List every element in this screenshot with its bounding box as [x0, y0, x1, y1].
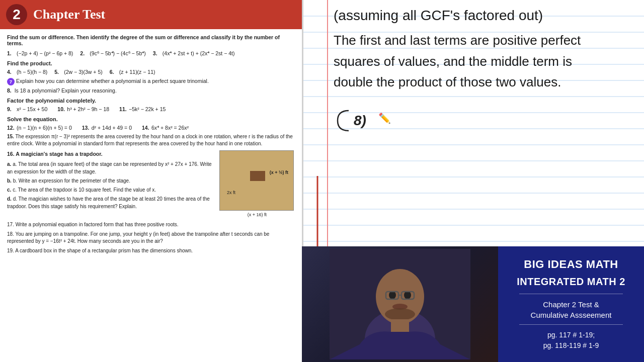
- svg-point-21: [404, 291, 411, 299]
- problem-10: 10. h³ + 2h² − 9h − 18: [57, 106, 109, 112]
- problem-11: 11. −5k² − 22k + 15: [119, 106, 166, 112]
- pencil-icon: ✏️: [378, 113, 391, 124]
- instructions-block-1: Find the sum or difference. Then identif…: [7, 34, 295, 46]
- q8-bracket-label: 8): [334, 108, 370, 133]
- webcam-placeholder: [302, 246, 498, 362]
- right-panel: (assuming all GCF's factored out) The fi…: [302, 0, 644, 362]
- instructions-text-1: Find the sum or difference. Then identif…: [7, 34, 295, 46]
- problems-row-1: 1. (−2p + 4) − (p² − 6p + 8) 2. (9c⁶ − 5…: [7, 50, 295, 56]
- problem-15: 15. The expression π(r − 3)² represents …: [7, 133, 295, 147]
- problem-19: 19. A cardboard box in the shape of a re…: [7, 247, 295, 254]
- section-solve-label: Solve the equation.: [7, 116, 295, 122]
- svg-rect-24: [391, 319, 409, 332]
- trap-formula: (x + ½) ft: [270, 170, 288, 175]
- perfect-sq-text: The first and last terms are positive pe…: [334, 30, 634, 93]
- trap-box: (x + ½) ft 2x ft: [219, 150, 294, 211]
- left-content: Find the sum or difference. Then identif…: [0, 29, 302, 259]
- problem-9: 9. x² − 15x + 50: [7, 106, 47, 112]
- q8-bracket-svg: [334, 108, 354, 133]
- gcf-text: (assuming all GCF's factored out): [334, 5, 634, 26]
- problem-16-container: 16. A magician's stage has a trapdoor. a…: [7, 150, 295, 217]
- webcam-area: [302, 246, 498, 362]
- info-divider-1: [519, 294, 623, 294]
- left-panel: 2 Chapter Test Find the sum or differenc…: [0, 0, 302, 362]
- problem-6: 6. (z + 11)(z − 11): [110, 69, 155, 75]
- notebook-section: (assuming all GCF's factored out) The fi…: [302, 0, 644, 246]
- pencil-area: ✏️: [378, 112, 391, 124]
- problem-14: 14. 6x⁴ + 8x² = 26x²: [142, 125, 189, 131]
- page-ref: pg. 117 # 1-19;pg. 118-119 # 1-9: [543, 330, 599, 351]
- trap-bottom-label: 2x ft: [227, 190, 235, 195]
- svg-point-23: [385, 308, 415, 320]
- problem-5: 5. (2w − 3)(3w + 5): [54, 69, 102, 75]
- person-silhouette: [330, 249, 470, 359]
- info-divider-2: [519, 324, 623, 325]
- chapter-number: 2: [6, 4, 27, 25]
- trap-inner: [250, 171, 265, 181]
- problem-13: 13. d² + 14d + 49 = 0: [82, 125, 132, 131]
- problems-row-4-6: 4. (h − 5)(h − 8) 5. (2w − 3)(3w + 5) 6.…: [7, 69, 295, 75]
- trap-caption: (x + 16) ft: [219, 212, 295, 217]
- problem-3: 3. (4x⁴ + 2st + t) + (2x⁴ − 2st − 4t): [153, 50, 235, 56]
- problem-4: 4. (h − 5)(h − 8): [7, 69, 47, 75]
- problems-row-9-11: 9. x² − 15x + 50 10. h³ + 2h² − 9h − 18 …: [7, 106, 295, 112]
- problem-2: 2. (9c⁶ − 5b⁴) − (4c⁶ − 5b⁴): [80, 50, 145, 56]
- section-factor-label: Factor the polynomial completely.: [7, 98, 295, 104]
- trapezoid-image: (x + ½) ft 2x ft (x + 16) ft: [219, 150, 295, 217]
- problem-18: 18. You are jumping on a trampoline. For…: [7, 231, 295, 245]
- big-ideas-math-title: BIG IDEAS MATH: [524, 257, 618, 272]
- bottom-row: BIG IDEAS MATH INTEGRATED MATH 2 Chapter…: [302, 246, 644, 362]
- section-product-label: Find the product.: [7, 60, 295, 66]
- bottom-problems: 17. Write a polynomial equation in facto…: [7, 221, 295, 254]
- info-box: BIG IDEAS MATH INTEGRATED MATH 2 Chapter…: [498, 246, 644, 362]
- chapter-header: 2 Chapter Test: [0, 0, 302, 29]
- q8-notebook-area: 8) ✏️: [334, 108, 634, 133]
- problem-8-row: 8. Is 18 a polynomial? Explain your reas…: [7, 87, 295, 94]
- problem-12: 12. (n − 1)(n + 6)(n + 5) = 0: [7, 125, 72, 131]
- notebook-content: (assuming all GCF's factored out) The fi…: [303, 0, 644, 138]
- circle-7: 7: [7, 78, 15, 85]
- svg-point-20: [389, 291, 396, 299]
- problem-1: 1. (−2p + 4) − (p² − 6p + 8): [7, 50, 73, 56]
- problem-8-text: Is 18 a polynomial? Explain your reasoni…: [15, 87, 117, 94]
- problem-16-text: 16. A magician's stage has a trapdoor. a…: [7, 150, 215, 217]
- chapter-subtitle: Chapter 2 Test &Cumulative Assseement: [531, 299, 612, 320]
- problem-7-text: Explain how you can determine whether a …: [16, 78, 209, 84]
- chapter-title: Chapter Test: [33, 7, 105, 22]
- integrated-math-subtitle: INTEGRATED MATH 2: [517, 276, 625, 288]
- problems-row-12-14: 12. (n − 1)(n + 6)(n + 5) = 0 13. d² + 1…: [7, 125, 295, 131]
- problem-17: 17. Write a polynomial equation in facto…: [7, 221, 295, 228]
- problem-7-row: 7 Explain how you can determine whether …: [7, 78, 295, 85]
